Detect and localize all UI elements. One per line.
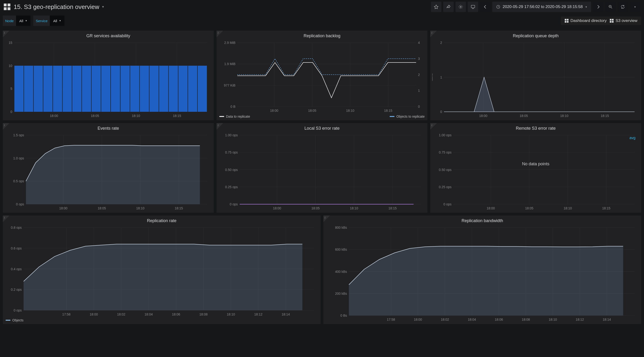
chevron-right-icon <box>596 4 600 9</box>
chart-legend: Objects <box>5 317 319 322</box>
no-data-text: No data points <box>522 162 550 166</box>
var-service-label: Service <box>33 15 50 26</box>
svg-text:1.5 ops: 1.5 ops <box>13 133 24 137</box>
svg-rect-27 <box>82 66 91 112</box>
panel-title: Remote S3 error rate <box>432 125 639 133</box>
svg-text:2: 2 <box>440 41 442 44</box>
svg-text:1.00 ops: 1.00 ops <box>225 133 238 137</box>
svg-text:17:58: 17:58 <box>62 313 70 316</box>
svg-text:0.5 ops: 0.5 ops <box>13 179 24 183</box>
info-icon: i <box>4 31 5 35</box>
svg-text:18:15: 18:15 <box>173 114 181 118</box>
svg-text:0.6 ops: 0.6 ops <box>11 246 22 250</box>
time-forward-button[interactable] <box>593 2 604 12</box>
svg-text:17:58: 17:58 <box>387 318 395 321</box>
time-range-picker[interactable]: 2020-05-29 17:56:02 to 2020-05-29 18:15:… <box>492 2 591 12</box>
var-service-select[interactable]: All▼ <box>50 15 64 26</box>
dashboard-icon[interactable] <box>4 3 10 10</box>
svg-text:18:14: 18:14 <box>282 313 290 316</box>
svg-rect-26 <box>72 66 82 112</box>
chart-queue: 01218:0018:0518:1018:15tasks <box>432 40 639 118</box>
panel-replication-rate[interactable]: i Replication rate 0 ops0.2 ops0.4 ops0.… <box>3 216 320 324</box>
svg-rect-37 <box>178 66 188 112</box>
svg-text:18:14: 18:14 <box>603 318 611 321</box>
svg-text:1.9 MiB: 1.9 MiB <box>224 62 236 66</box>
svg-text:18:10: 18:10 <box>227 313 235 316</box>
svg-text:18:10: 18:10 <box>136 206 144 210</box>
svg-text:18:10: 18:10 <box>350 206 358 210</box>
chart-repl-bw: 0 Bs200 kBs400 kBs600 kBs800 kBs17:5818:… <box>325 225 639 322</box>
panel-title: Replication queue depth <box>432 32 639 40</box>
legend-item[interactable]: Data to replicate <box>220 115 250 118</box>
svg-point-0 <box>460 6 461 7</box>
svg-text:18:00: 18:00 <box>273 206 281 210</box>
monitor-icon <box>470 4 475 9</box>
chevron-down-icon: ▼ <box>585 6 588 8</box>
svg-rect-1 <box>471 5 475 8</box>
dashboard-title-button[interactable]: 15. S3 geo-replication overview ▼ <box>14 3 104 10</box>
svg-rect-39 <box>198 66 207 112</box>
legend-item[interactable]: Objects to replicate <box>390 115 424 118</box>
svg-text:18:10: 18:10 <box>132 114 140 118</box>
variable-bar: Node All▼ Service All▼ Dashboard directo… <box>0 14 644 28</box>
svg-text:0.8 ops: 0.8 ops <box>11 226 22 229</box>
svg-text:18:10: 18:10 <box>560 114 568 118</box>
info-icon: i <box>4 124 5 127</box>
svg-rect-36 <box>169 66 178 112</box>
legend-item[interactable]: Objects <box>6 318 23 322</box>
svg-text:18:05: 18:05 <box>98 206 106 210</box>
svg-text:0.75 ops: 0.75 ops <box>225 150 238 154</box>
svg-text:0 B: 0 B <box>230 105 236 108</box>
svg-text:18:12: 18:12 <box>254 313 262 316</box>
svg-text:18:15: 18:15 <box>602 206 610 210</box>
svg-text:0 ops: 0 ops <box>230 202 238 206</box>
svg-rect-35 <box>159 66 168 112</box>
svg-text:1.00 ops: 1.00 ops <box>439 133 452 137</box>
panel-remote-error[interactable]: i Remote S3 error rate avg No data point… <box>430 123 641 213</box>
panel-replication-bandwidth[interactable]: i Replication bandwidth 0 Bs200 kBs400 k… <box>324 216 641 324</box>
tv-mode-button[interactable] <box>468 2 478 12</box>
time-back-button[interactable] <box>480 2 490 12</box>
settings-button[interactable] <box>456 2 466 12</box>
svg-text:18:00: 18:00 <box>487 206 495 210</box>
star-button[interactable] <box>431 2 441 12</box>
var-node-select[interactable]: All▼ <box>16 15 31 26</box>
dashboard-directory-link[interactable]: Dashboard directory <box>565 18 606 23</box>
panel-title: Local S3 error rate <box>218 125 426 133</box>
svg-text:0 ops: 0 ops <box>16 202 24 206</box>
zoom-out-button[interactable] <box>605 2 616 12</box>
star-icon <box>434 4 438 9</box>
refresh-button[interactable] <box>618 2 628 12</box>
chart-legend: Data to replicate Objects to replicate <box>218 113 426 118</box>
chart-local-err: 0 ops0.25 ops0.50 ops0.75 ops1.00 ops18:… <box>218 133 426 211</box>
svg-rect-23 <box>44 66 52 112</box>
chevron-down-icon: ▼ <box>634 6 636 8</box>
chart-events: 0 ops0.5 ops1.0 ops1.5 ops18:0018:0518:1… <box>5 133 212 211</box>
svg-rect-25 <box>63 66 72 112</box>
svg-text:10: 10 <box>8 64 12 68</box>
svg-rect-33 <box>140 66 149 112</box>
chevron-down-icon: ▼ <box>25 19 27 22</box>
svg-text:15: 15 <box>8 41 12 44</box>
svg-text:18:08: 18:08 <box>522 318 530 321</box>
svg-rect-38 <box>188 66 197 112</box>
panel-gr-availability[interactable]: i GR services availability 05101518:0018… <box>3 31 214 120</box>
svg-text:18:00: 18:00 <box>270 109 278 112</box>
panel-events-rate[interactable]: i Events rate 0 ops0.5 ops1.0 ops1.5 ops… <box>3 123 214 213</box>
svg-text:2: 2 <box>418 73 420 77</box>
panel-title: Events rate <box>5 125 212 133</box>
svg-text:18:10: 18:10 <box>346 109 354 112</box>
share-icon <box>446 4 451 9</box>
svg-rect-34 <box>150 66 159 112</box>
info-icon: i <box>432 31 432 35</box>
svg-text:18:04: 18:04 <box>144 313 153 316</box>
panel-local-error[interactable]: i Local S3 error rate 0 ops0.25 ops0.50 … <box>216 123 428 213</box>
panel-replication-backlog[interactable]: i Replication backlog 0 B977 KiB1.9 MiB2… <box>216 31 428 120</box>
share-button[interactable] <box>443 2 454 12</box>
refresh-interval-button[interactable]: ▼ <box>630 2 640 12</box>
svg-text:18:05: 18:05 <box>525 206 533 210</box>
svg-text:200 kBs: 200 kBs <box>335 292 347 296</box>
grid-icon <box>565 19 568 23</box>
panel-queue-depth[interactable]: i Replication queue depth 01218:0018:051… <box>430 31 641 120</box>
s3-overview-link[interactable]: S3 overview <box>610 18 638 23</box>
